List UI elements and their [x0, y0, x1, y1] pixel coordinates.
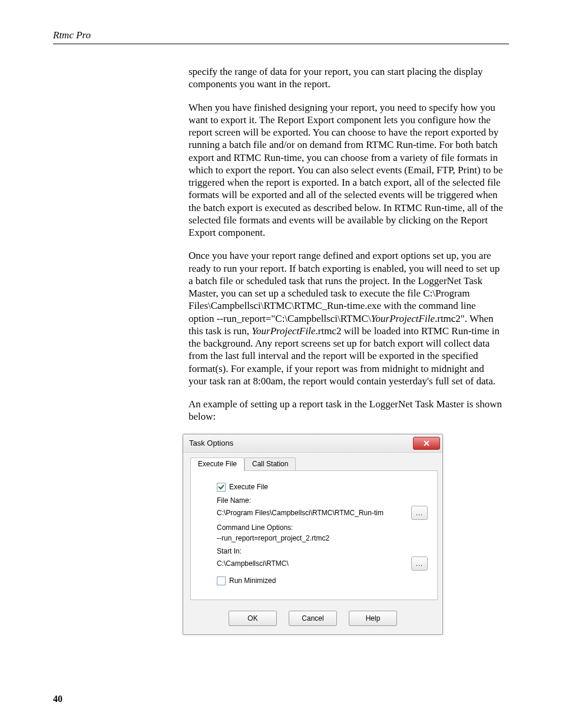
paragraph-1: specify the range of data for your repor…	[189, 65, 503, 91]
dialog-title: Task Options	[189, 439, 233, 447]
dialog-button-row: OK Cancel Help	[183, 605, 442, 634]
execute-file-label: Execute File	[229, 483, 268, 491]
tab-call-station[interactable]: Call Station	[244, 457, 296, 470]
cancel-button[interactable]: Cancel	[289, 611, 337, 626]
file-name-browse-button[interactable]: ...	[411, 506, 428, 520]
paragraph-4: An example of setting up a report task i…	[189, 398, 503, 423]
help-button[interactable]: Help	[349, 611, 397, 626]
execute-file-checkbox[interactable]: Execute File	[217, 483, 428, 492]
page-header: Rtmc Pro	[53, 29, 509, 44]
checkbox-icon	[217, 577, 226, 585]
page: Rtmc Pro specify the range of data for y…	[0, 0, 562, 728]
close-button[interactable]	[413, 437, 440, 450]
titlebar: Task Options	[183, 434, 442, 453]
ok-button[interactable]: OK	[229, 611, 277, 626]
file-name-label: File Name:	[217, 496, 428, 505]
file-name-field[interactable]: C:\Program Files\Campbellsci\RTMC\RTMC_R…	[217, 508, 406, 518]
header-title: Rtmc Pro	[53, 29, 91, 41]
paragraph-2: When you have finished designing your re…	[189, 101, 503, 239]
body-column: specify the range of data for your repor…	[189, 65, 503, 423]
checkbox-icon	[217, 483, 226, 492]
start-in-browse-button[interactable]: ...	[411, 556, 428, 571]
start-in-field[interactable]: C:\Campbellsci\RTMC\	[217, 558, 406, 569]
paragraph-3: Once you have your report range defined …	[189, 249, 503, 387]
task-options-dialog: Task Options Execute File Call Station	[183, 434, 443, 635]
tab-strip: Execute File Call Station	[190, 457, 438, 471]
start-in-label: Start In:	[217, 547, 428, 555]
tab-panel: Execute File File Name: C:\Program Files…	[190, 471, 438, 600]
dialog-screenshot: Task Options Execute File Call Station	[183, 434, 509, 635]
command-line-label: Command Line Options:	[217, 523, 428, 532]
run-minimized-label: Run Minimized	[229, 577, 276, 585]
tab-execute-file[interactable]: Execute File	[190, 457, 244, 471]
command-line-field[interactable]: --run_report=report_project_2.rtmc2	[217, 533, 428, 543]
page-number: 40	[53, 694, 62, 704]
run-minimized-checkbox[interactable]: Run Minimized	[217, 577, 428, 585]
close-icon	[423, 440, 430, 447]
